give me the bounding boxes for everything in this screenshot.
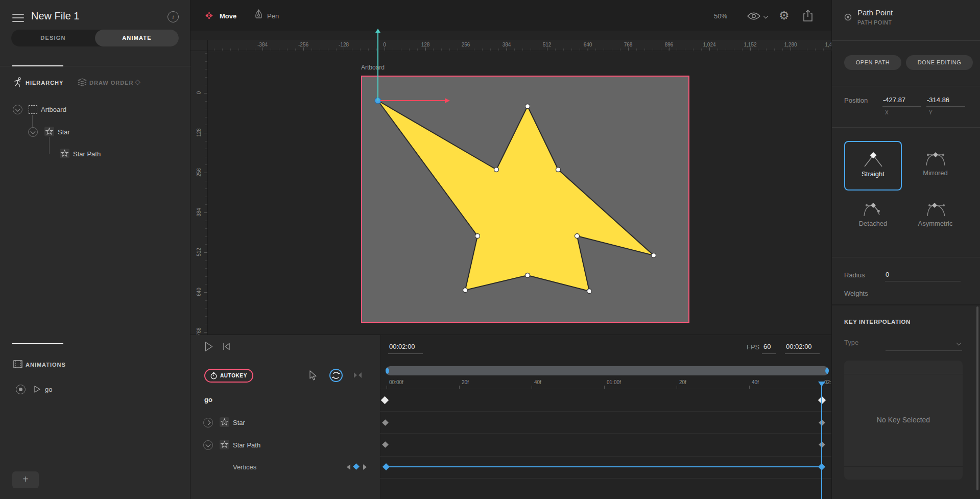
pen-tool-icon[interactable] — [254, 9, 264, 21]
radius-field[interactable]: 0 — [886, 271, 889, 278]
move-tool-label[interactable]: Move — [220, 12, 236, 20]
h-ruler-labels: -384-256-12801282563845126407688961,0241… — [208, 40, 831, 51]
menu-icon[interactable] — [12, 14, 24, 25]
artboard-expand-toggle[interactable] — [13, 105, 22, 114]
fps-field[interactable]: 60 — [763, 343, 771, 350]
timeline-range-scrubber[interactable] — [386, 366, 829, 375]
playhead-line[interactable] — [821, 386, 822, 499]
tree-connector — [32, 115, 33, 127]
tree-item-star-path[interactable]: Star Path — [73, 150, 101, 158]
vertical-ruler: 0128256384512640768 — [190, 51, 208, 335]
type-dropdown-chevron-icon[interactable] — [957, 341, 962, 346]
animation-item-go[interactable]: go — [45, 386, 52, 393]
autokey-label: AUTOKEY — [220, 373, 247, 378]
frame-ruler[interactable]: 00:00f20f40f01:00f20f40f02:00f — [190, 380, 831, 389]
toolbar: Move Pen 50% ⚙ — [190, 0, 831, 31]
pingpong-toggle[interactable] — [353, 372, 362, 378]
pen-tool-label[interactable]: Pen — [267, 12, 279, 20]
position-label: Position — [844, 97, 868, 104]
star-path-icon — [60, 149, 69, 158]
star-icon — [44, 127, 54, 136]
tab-hierarchy[interactable]: HIERARCHY — [26, 80, 63, 86]
vertex-handle[interactable] — [475, 234, 480, 239]
settings-gear-icon[interactable]: ⚙ — [779, 9, 790, 22]
section-divider — [832, 304, 980, 305]
mirrored-mode-icon — [923, 148, 948, 168]
star-track-icon — [220, 417, 229, 427]
position-x-field[interactable]: -427.87 — [883, 96, 905, 104]
mode-mirrored[interactable]: Mirrored — [906, 141, 964, 191]
star-path-track-icon — [220, 440, 229, 449]
zoom-level[interactable]: 50% — [714, 12, 727, 20]
cursor-icon[interactable] — [309, 370, 317, 381]
ruler-corner — [190, 40, 208, 51]
play-button[interactable] — [204, 341, 213, 352]
stopwatch-icon — [210, 372, 217, 379]
straight-mode-icon — [861, 149, 886, 169]
visibility-chevron-icon[interactable] — [763, 14, 769, 19]
done-editing-button[interactable]: DONE EDITING — [906, 55, 973, 70]
timeline-controls — [190, 335, 380, 499]
star-track-expand[interactable] — [203, 418, 213, 427]
vertex-handle[interactable] — [575, 234, 580, 239]
timeline-keyframe-area — [380, 335, 831, 499]
mode-switch: DESIGN ANIMATE — [11, 30, 179, 46]
position-y-field[interactable]: -314.86 — [927, 96, 949, 104]
radius-label: Radius — [844, 271, 865, 279]
tab-draw-order[interactable]: DRAW ORDER — [89, 80, 133, 86]
fps-label: FPS — [747, 343, 759, 351]
visibility-icon[interactable] — [747, 12, 761, 20]
open-path-button[interactable]: OPEN PATH — [844, 55, 901, 70]
vertex-handle[interactable] — [652, 253, 656, 258]
tab-design[interactable]: DESIGN — [11, 30, 95, 46]
panel-scrollbar[interactable] — [976, 306, 978, 490]
asymmetric-mode-label: Asymmetric — [906, 220, 964, 227]
vertex-handle-selected[interactable] — [375, 98, 381, 104]
mode-straight[interactable]: Straight — [844, 141, 902, 191]
tree-item-star[interactable]: Star — [58, 128, 70, 136]
tree-connector — [49, 137, 50, 154]
tab-animate[interactable]: ANIMATE — [95, 30, 179, 46]
info-icon[interactable]: i — [168, 11, 179, 22]
mode-asymmetric[interactable]: Asymmetric — [906, 197, 964, 237]
animation-active-radio[interactable] — [16, 385, 26, 394]
star-shape[interactable] — [208, 51, 831, 335]
vertex-handle[interactable] — [463, 288, 468, 293]
move-tool-icon[interactable] — [203, 10, 215, 21]
track-vertices[interactable]: Vertices — [233, 463, 256, 471]
vertex-handle[interactable] — [494, 168, 499, 172]
vertex-handle[interactable] — [525, 273, 530, 278]
vertices-key-span — [386, 466, 822, 467]
add-animation-button[interactable]: + — [12, 471, 39, 488]
skip-to-start-button[interactable] — [223, 343, 230, 350]
timeline-panel: 00:02:00 FPS 60 00:02:00 AUTOKEY — [190, 335, 831, 499]
range-start-handle[interactable] — [386, 367, 389, 374]
star-expand-toggle[interactable] — [28, 127, 38, 137]
position-x-label: X — [885, 110, 889, 115]
star-path-track-expand[interactable] — [203, 440, 213, 450]
current-time-field[interactable]: 00:02:00 — [389, 343, 415, 350]
row-separator — [380, 433, 831, 434]
interpolation-preview-box: No Key Selected — [844, 361, 963, 480]
vertex-handle[interactable] — [525, 104, 530, 109]
inspector-panel: Path Point PATH POINT OPEN PATH DONE EDI… — [831, 0, 980, 499]
timeline-animation-name[interactable]: go — [204, 396, 212, 403]
hierarchy-icon — [13, 77, 23, 87]
mode-detached[interactable]: Detached — [844, 197, 902, 237]
tree-item-artboard[interactable]: Artboard — [41, 106, 66, 113]
play-animation-icon[interactable] — [34, 385, 41, 393]
underline — [762, 353, 776, 354]
canvas-viewport[interactable]: Artboard — [208, 51, 831, 335]
vertex-handle[interactable] — [556, 168, 561, 172]
export-icon[interactable] — [802, 9, 814, 22]
prev-key-button[interactable] — [346, 464, 351, 470]
next-key-button[interactable] — [363, 464, 367, 470]
app-window: New File 1 i DESIGN ANIMATE HIERARCHY DR… — [0, 0, 980, 499]
vertex-handle[interactable] — [587, 289, 592, 294]
track-star[interactable]: Star — [233, 419, 245, 426]
weights-label: Weights — [844, 290, 868, 297]
draw-order-icon — [78, 78, 87, 86]
track-star-path[interactable]: Star Path — [233, 441, 260, 449]
key-interpolation-header: KEY INTERPOLATION — [844, 319, 911, 325]
duration-field[interactable]: 00:02:00 — [786, 343, 812, 350]
